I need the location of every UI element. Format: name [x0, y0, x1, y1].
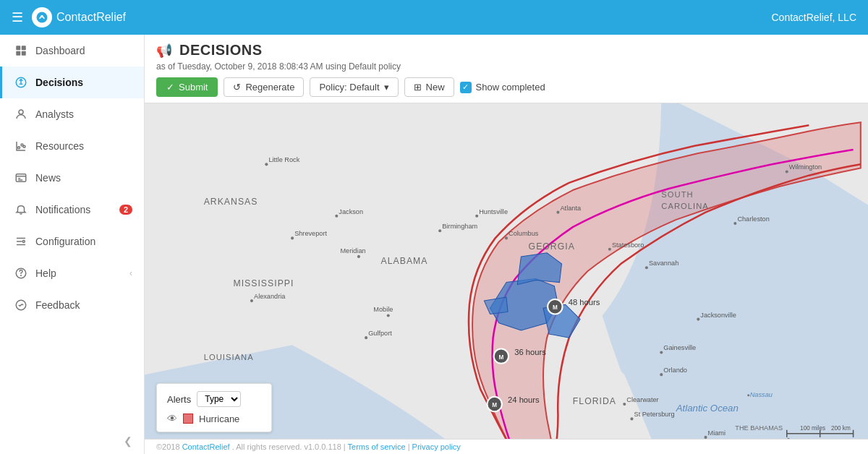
svg-text:Jacksonville: Jacksonville [700, 312, 736, 319]
svg-point-61 [645, 266, 648, 269]
page-title: DECISIONS [179, 42, 263, 59]
svg-text:St Petersburg: St Petersburg [634, 411, 675, 418]
svg-text:GEORGIA: GEORGIA [529, 241, 575, 252]
submit-button[interactable]: ✓ Submit [156, 77, 218, 97]
svg-point-9 [21, 144, 23, 146]
svg-text:Columbus: Columbus [509, 230, 539, 237]
footer-copyright: ©2018 [156, 442, 182, 451]
policy-button[interactable]: Policy: Default ▾ [310, 77, 398, 97]
sidebar-item-analysts[interactable]: Analysts [0, 98, 144, 130]
svg-point-77 [733, 222, 736, 225]
svg-text:Huntsville: Huntsville [479, 208, 508, 215]
completed-checkbox[interactable]: ✓ [460, 82, 472, 93]
logo-text: ContactRelief [56, 11, 126, 24]
svg-text:M: M [553, 304, 558, 311]
svg-text:Atlantic Ocean: Atlantic Ocean [676, 403, 739, 414]
svg-point-79 [786, 171, 788, 174]
hurricane-label: Hurricane [199, 414, 239, 424]
toolbar-title-row: 📢 DECISIONS [156, 42, 856, 59]
policy-label: Policy: Default [319, 82, 379, 93]
svg-point-45 [335, 215, 338, 218]
footer: ©2018 ContactRelief . All rights reserve… [145, 439, 868, 454]
sidebar-item-configuration[interactable]: Configuration [0, 226, 144, 257]
alerts-box: Alerts Type 👁 Hurricane [156, 383, 272, 432]
analysts-icon [14, 107, 28, 121]
feedback-icon [14, 298, 28, 312]
svg-text:LOUISIANA: LOUISIANA [204, 353, 254, 361]
sidebar-item-feedback[interactable]: Feedback [0, 289, 144, 321]
dashboard-icon [14, 43, 28, 58]
svg-text:200 km: 200 km [831, 425, 851, 432]
svg-text:M: M [492, 402, 497, 408]
svg-point-59 [608, 248, 611, 251]
decisions-label: Decisions [35, 77, 83, 88]
configuration-icon [14, 234, 28, 249]
svg-point-37 [265, 163, 268, 166]
svg-text:Wilmington: Wilmington [789, 163, 822, 171]
svg-text:Alexandria: Alexandria [254, 293, 286, 300]
speaker-icon: 📢 [156, 43, 172, 59]
svg-point-1 [41, 15, 43, 17]
svg-point-67 [623, 403, 626, 406]
svg-text:THE BAHAMAS: THE BAHAMAS [735, 424, 783, 432]
svg-point-47 [387, 314, 390, 317]
header: ☰ ContactRelief ContactRelief, LLC [0, 0, 868, 35]
svg-text:Meridian: Meridian [340, 247, 365, 254]
svg-text:Shreveport: Shreveport [294, 230, 327, 237]
eye-icon: 👁 [167, 413, 177, 424]
sidebar-item-dashboard[interactable]: Dashboard [0, 35, 144, 67]
svg-point-39 [291, 236, 294, 239]
alert-item-hurricane: 👁 Hurricane [167, 413, 261, 424]
alerts-header: Alerts Type [167, 391, 261, 407]
sidebar: Dashboard Decisions Analysts Resources N [0, 35, 145, 454]
sidebar-item-resources[interactable]: Resources [0, 130, 144, 162]
svg-text:Savannah: Savannah [649, 260, 678, 267]
alerts-type-select[interactable]: Type [197, 391, 241, 407]
svg-text:Gainesville: Gainesville [663, 344, 696, 351]
sidebar-item-help[interactable]: Help ‹ [0, 257, 144, 289]
new-button[interactable]: ⊞ New [404, 77, 454, 97]
logo-icon [32, 7, 52, 27]
svg-text:ARKANSAS: ARKANSAS [204, 197, 258, 207]
new-label: New [426, 82, 445, 93]
svg-text:48 hours: 48 hours [569, 298, 600, 307]
footer-brand-link[interactable]: ContactRelief [182, 442, 230, 451]
svg-rect-3 [22, 46, 26, 50]
notifications-icon [14, 202, 28, 217]
grid-icon: ⊞ [414, 82, 422, 93]
help-chevron: ‹ [129, 268, 132, 278]
toolbar: 📢 DECISIONS as of Tuesday, October 9, 20… [145, 35, 868, 103]
sidebar-item-notifications[interactable]: Notifications 2 [0, 194, 144, 226]
feedback-label: Feedback [35, 299, 80, 311]
svg-text:Charleston: Charleston [737, 215, 769, 223]
svg-point-51 [438, 229, 441, 232]
hamburger-menu-icon[interactable]: ☰ [12, 9, 23, 25]
toolbar-subtitle: as of Tuesday, October 9, 2018 8:08:43 A… [156, 61, 856, 72]
sidebar-item-decisions[interactable]: Decisions [0, 67, 144, 98]
svg-text:Clearwater: Clearwater [626, 396, 658, 403]
header-user: ContactRelief, LLC [771, 12, 856, 23]
footer-privacy-link[interactable]: Privacy policy [412, 442, 461, 451]
svg-text:36 hours: 36 hours [514, 348, 546, 356]
main-content: 📢 DECISIONS as of Tuesday, October 9, 20… [145, 35, 868, 454]
collapse-icon: ❮ [124, 435, 132, 447]
sidebar-item-news[interactable]: News [0, 162, 144, 194]
svg-point-41 [357, 255, 360, 258]
footer-terms-link[interactable]: Terms of service [348, 442, 406, 451]
alerts-label: Alerts [167, 394, 191, 405]
svg-text:FLORIDA: FLORIDA [573, 396, 616, 406]
refresh-icon: ↺ [233, 82, 241, 93]
svg-text:Atlanta: Atlanta [560, 205, 581, 212]
chevron-down-icon: ▾ [384, 82, 389, 93]
show-completed-toggle[interactable]: ✓ Show completed [460, 82, 545, 93]
header-left: ☰ ContactRelief [12, 7, 126, 27]
analysts-label: Analysts [35, 108, 74, 120]
map-container[interactable]: H 12 hours M 24 hours M 36 hours M 48 ho… [145, 103, 868, 454]
regenerate-button[interactable]: ↺ Regenerate [224, 77, 304, 97]
sidebar-collapse-button[interactable]: ❮ [0, 428, 144, 454]
svg-point-65 [660, 351, 663, 354]
hurricane-color-box [183, 414, 193, 424]
svg-point-87 [747, 394, 749, 396]
resources-label: Resources [35, 140, 84, 152]
configuration-label: Configuration [35, 236, 95, 247]
